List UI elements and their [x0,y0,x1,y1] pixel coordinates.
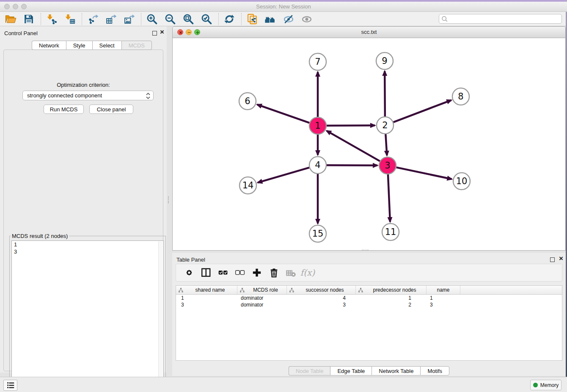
graph-node-label: 15 [312,229,324,239]
title-bar: Session: New Session [0,2,567,12]
cell-name[interactable]: 3 [427,301,460,308]
tab-select[interactable]: Select [92,41,121,50]
search-input[interactable] [439,14,562,24]
network-overview-button[interactable] [264,13,277,25]
graph-edge-3-1[interactable] [327,131,380,161]
table-settings-button[interactable] [182,265,196,280]
node-table: shared nameMCDS rolesuccessor nodesprede… [176,285,562,361]
import-table-button[interactable] [63,13,76,25]
zoom-fit-button[interactable] [182,13,195,25]
table-header-row: shared nameMCDS rolesuccessor nodesprede… [176,286,562,295]
table-toolbar: f(x) [176,264,562,282]
export-network-button[interactable] [86,13,99,25]
column-header-label: successor nodes [294,287,355,293]
status-bar: Memory [0,377,567,392]
graph-edge-3-11[interactable] [388,174,390,222]
graph-edge-2-3[interactable] [385,134,387,155]
float-panel-icon[interactable] [550,257,555,262]
graph-edge-2-9[interactable] [385,71,385,116]
toolbar-separator [141,13,141,25]
graph-edge-1-2[interactable] [327,125,375,126]
column-header-name[interactable]: name [427,286,460,294]
clone-network-button[interactable] [246,13,259,25]
export-table-button[interactable] [105,13,117,25]
hide-graphics-details-button[interactable] [282,13,295,25]
graph-node-label: 4 [315,160,320,170]
graph-edge-4-14[interactable] [258,168,309,182]
delete-table-button [284,265,298,280]
column-tree-icon [289,288,294,293]
close-panel-icon[interactable]: × [559,254,563,263]
network-window-title: scc.txt [173,29,565,35]
select-all-columns-button[interactable] [216,265,230,280]
open-session-button[interactable] [4,13,17,25]
network-window-titlebar[interactable]: scc.txt [173,27,565,38]
result-scrollbar[interactable] [158,241,163,392]
tab-node-table[interactable]: Node Table [289,366,330,375]
toolbar-separator [218,13,219,25]
import-network-button[interactable] [45,13,58,25]
column-header-label: shared name [183,287,237,293]
function-builder-button: f(x) [300,265,315,280]
column-header-shared-name[interactable]: shared name [176,286,237,294]
zoom-fit-icon [182,13,194,25]
network-canvas[interactable]: 7968124314101511 [173,38,565,250]
graph-edge-2-8[interactable] [394,100,451,122]
tab-motifs[interactable]: Motifs [420,366,449,375]
cell-successor-nodes[interactable]: 3 [287,301,356,308]
network-view-window: scc.txt 7968124314101511 [172,26,566,251]
plus-icon [251,267,262,278]
optimization-criterion-label: Optimization criterion: [4,82,163,88]
refresh-icon [223,13,235,25]
column-header-predecessor-nodes[interactable]: predecessor nodes [356,286,427,294]
zoom-selected-button[interactable] [200,13,213,25]
cell-shared-name[interactable]: 1 [176,295,237,301]
zoom-in-button[interactable] [146,13,158,25]
tab-edge-table[interactable]: Edge Table [330,366,372,375]
table-panel-title: Table Panel [176,257,205,263]
graph-edge-1-6[interactable] [257,105,310,123]
vertical-splitter-grip[interactable] [168,196,171,203]
delete-column-button[interactable] [267,265,281,280]
tab-network-table[interactable]: Network Table [372,366,420,375]
cell-shared-name[interactable]: 3 [176,301,237,308]
table-row[interactable]: 1dominator411 [176,295,562,301]
cell-mcds-role[interactable]: dominator [237,295,287,301]
column-header-mcds-role[interactable]: MCDS role [237,286,287,294]
zoom-out-button[interactable] [164,13,176,25]
cell-name[interactable]: 1 [427,295,460,301]
window-title: Session: New Session [0,3,567,10]
criterion-dropdown[interactable]: strongly connected component [22,91,154,100]
task-history-button[interactable] [3,380,17,391]
memory-button[interactable]: Memory [530,380,561,390]
unselect-all-columns-button[interactable] [233,265,247,280]
cell-successor-nodes[interactable]: 4 [287,295,356,301]
close-panel-icon[interactable]: × [160,28,164,36]
save-session-button[interactable] [22,13,35,25]
create-column-button[interactable] [250,265,264,280]
cell-predecessor-nodes[interactable]: 1 [356,295,427,301]
cell-mcds-role[interactable]: dominator [237,301,287,308]
float-panel-icon[interactable] [152,31,157,36]
export-image-button[interactable] [123,13,135,25]
tab-mcds[interactable]: MCDS [121,41,152,50]
run-mcds-button[interactable]: Run MCDS [44,105,84,114]
graph-edge-3-10[interactable] [396,167,452,179]
toolbar-separator [241,13,242,25]
close-panel-button[interactable]: Close panel [89,105,133,114]
toolbar-separator [41,13,41,25]
zoom-in-icon [146,13,158,25]
horizontal-splitter-grip[interactable] [362,250,369,252]
memory-status-dot [533,383,538,387]
open-folder-icon [5,13,17,25]
table-row[interactable]: 3dominator323 [176,301,562,308]
tab-style[interactable]: Style [66,41,92,50]
result-line: 3 [12,248,163,255]
tab-network[interactable]: Network [32,41,66,50]
apply-layout-button[interactable] [223,13,236,25]
show-column-button[interactable] [199,265,213,280]
mcds-result-list[interactable]: 13 [11,240,164,392]
column-header-successor-nodes[interactable]: successor nodes [287,286,356,294]
graph-edge-4-3[interactable] [327,165,377,166]
cell-predecessor-nodes[interactable]: 2 [356,301,427,308]
